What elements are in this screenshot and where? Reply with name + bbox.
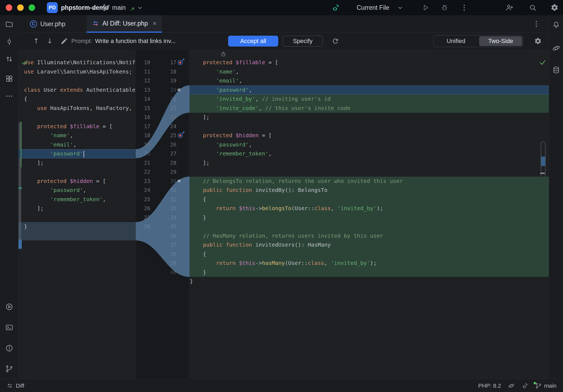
project-folder-icon[interactable] [5, 20, 13, 28]
tab-ai-diff-user-php[interactable]: AI Diff: User.php × [87, 15, 162, 33]
diff-line-left[interactable]: ]; [19, 204, 135, 213]
diff-line-left[interactable] [19, 250, 135, 259]
diff-line-right[interactable]: 'password', [189, 85, 549, 95]
diff-line-right[interactable]: public function invitedUsers(): HasMany [189, 240, 549, 250]
more-tool-windows-icon[interactable] [5, 92, 13, 100]
profiler-status-icon[interactable] [522, 382, 528, 389]
ai-assistant-icon[interactable] [552, 44, 560, 52]
more-options-kebab-icon[interactable] [460, 4, 468, 12]
debug-button[interactable] [440, 4, 449, 12]
diff-left-pane[interactable]: use Illuminate\Notifications\Notifuse La… [19, 50, 135, 379]
diff-line-right[interactable]: return $this->belongsTo(User::class, 'in… [189, 204, 549, 213]
diff-line-left[interactable]: protected $hidden = [ [19, 177, 135, 186]
diff-line-right[interactable]: } [189, 268, 549, 277]
diff-line-left[interactable]: use Illuminate\Notifications\Notif [19, 58, 135, 67]
diff-line-right[interactable]: } [189, 277, 549, 286]
diff-line-left[interactable]: } [19, 222, 135, 231]
diff-line-left[interactable]: use Laravel\Sanctum\HasApiTokens; [19, 67, 135, 76]
diff-line-right[interactable]: public function invitedBy(): BelongsTo [189, 186, 549, 195]
project-badge[interactable]: PD [47, 2, 58, 13]
diff-line-right[interactable]: 'name', [189, 67, 549, 76]
run-configuration-selector[interactable]: Current File [357, 0, 389, 15]
diff-line-left[interactable]: { [19, 94, 135, 104]
specify-button[interactable]: Specify [283, 36, 323, 47]
add-user-icon[interactable] [505, 4, 513, 12]
accept-all-button[interactable]: Accept all [228, 36, 278, 47]
diff-line-right[interactable]: // BelongsTo relation, returns the user … [189, 177, 549, 186]
diff-line-right[interactable] [189, 167, 549, 177]
diff-line-right[interactable] [189, 222, 549, 231]
diff-line-right[interactable]: { [189, 250, 549, 259]
diff-line-left[interactable]: protected $fillable = [ [19, 122, 135, 131]
diff-line-right[interactable]: 'password', [189, 140, 549, 149]
diff-line-right[interactable]: 'remember_token', [189, 149, 549, 158]
diff-line-right[interactable]: protected $fillable = [ [189, 58, 549, 67]
diff-line-right[interactable]: 'invite_code', // this user's invite cod… [189, 104, 549, 113]
diff-line-right[interactable] [189, 122, 549, 131]
diff-line-left[interactable]: class User extends Authenticatable [19, 85, 135, 95]
collapse-change-button[interactable]: « [177, 86, 181, 93]
unified-view-option[interactable]: Unified [435, 36, 478, 46]
diff-line-left[interactable] [19, 113, 135, 122]
diff-line-left[interactable] [19, 231, 135, 241]
diff-line-left[interactable]: use HasApiTokens, HasFactory, N [19, 104, 135, 113]
diff-line-left[interactable] [19, 167, 135, 177]
diff-right-pane[interactable]: protected $fillable = [ 'name', 'email',… [189, 50, 549, 379]
regenerate-refresh-icon[interactable] [332, 37, 339, 45]
diff-line-right[interactable]: return $this->hasMany(User::class, 'invi… [189, 259, 549, 268]
prompt-value[interactable]: Write a function that links inv... [95, 38, 176, 45]
edit-prompt-pencil-icon[interactable] [60, 37, 68, 45]
commit-icon[interactable] [5, 38, 13, 46]
profiler-icon[interactable] [332, 4, 340, 12]
database-icon[interactable] [552, 66, 560, 74]
diff-line-left[interactable] [19, 213, 135, 222]
diff-line-right[interactable]: protected $hidden = [ [189, 131, 549, 140]
project-name[interactable]: phpstorm-demo [61, 0, 109, 15]
diff-line-right[interactable]: 'invited_by', // inviting user's id [189, 94, 549, 104]
diff-line-left[interactable] [19, 277, 135, 286]
two-side-view-option[interactable]: Two-Side [479, 36, 522, 46]
diff-line-left[interactable] [19, 259, 135, 268]
problems-icon[interactable] [5, 344, 13, 352]
status-branch-widget[interactable]: main [535, 382, 556, 389]
notifications-bell-icon[interactable] [552, 21, 560, 29]
diff-line-left[interactable] [19, 76, 135, 85]
tab-options-kebab-icon[interactable] [532, 20, 540, 28]
diff-settings-gear-icon[interactable] [534, 37, 542, 45]
pull-requests-icon[interactable] [5, 55, 13, 63]
diff-line-right[interactable]: ]; [189, 158, 549, 168]
diff-line-left[interactable] [19, 268, 135, 277]
ai-change-marker-icon[interactable]: ↗ [178, 133, 183, 138]
tab-user-php[interactable]: C User.php [25, 15, 71, 33]
structure-icon[interactable] [5, 75, 13, 83]
diff-line-left[interactable]: 'name', [19, 131, 135, 140]
settings-gear-icon[interactable] [550, 4, 559, 12]
git-tool-window-icon[interactable] [5, 365, 13, 373]
diff-line-right[interactable]: } [189, 213, 549, 222]
diff-line-left[interactable]: 'password' [19, 149, 135, 158]
diff-line-right[interactable]: 'email', [189, 76, 549, 85]
diff-line-left[interactable] [19, 240, 135, 250]
next-change-button[interactable]: ↓ [46, 37, 54, 45]
close-window-button[interactable] [6, 4, 12, 11]
diff-line-left[interactable]: ]; [19, 158, 135, 168]
diff-line-right[interactable]: ]; [189, 113, 549, 122]
diff-line-right[interactable]: // HasMany relation, returns users invit… [189, 231, 549, 241]
diff-line-left[interactable]: 'password', [19, 186, 135, 195]
diff-line-left[interactable]: 'remember_token', [19, 195, 135, 204]
minimize-window-button[interactable] [17, 4, 24, 11]
run-tool-window-icon[interactable] [5, 303, 13, 311]
php-version-widget[interactable]: PHP: 8.2 [478, 382, 501, 389]
search-icon[interactable] [529, 4, 537, 12]
ai-change-marker-icon[interactable]: ↗ [178, 60, 183, 65]
status-diff-widget[interactable]: Diff [7, 382, 24, 389]
collapse-change-button[interactable]: « [177, 177, 181, 184]
terminal-icon[interactable] [5, 323, 13, 332]
ai-assistant-status-icon[interactable] [508, 382, 515, 389]
close-tab-icon[interactable]: × [153, 20, 157, 27]
diff-line-left[interactable]: 'email', [19, 140, 135, 149]
maximize-window-button[interactable] [29, 4, 35, 11]
diff-line-right[interactable]: { [189, 195, 549, 204]
previous-change-button[interactable]: ↑ [32, 37, 40, 45]
run-button[interactable] [421, 4, 430, 12]
